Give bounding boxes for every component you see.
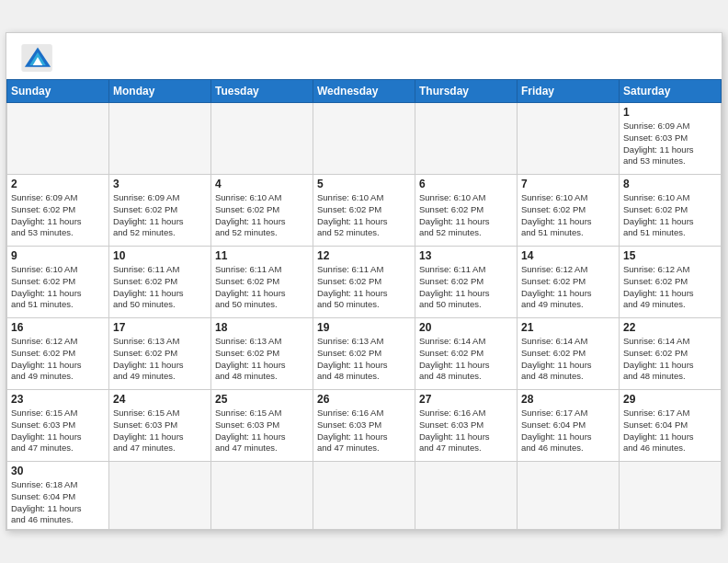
day-info: Sunrise: 6:12 AM Sunset: 6:02 PM Dayligh…	[11, 336, 105, 383]
day-number: 26	[317, 393, 411, 406]
calendar-cell: 5Sunrise: 6:10 AM Sunset: 6:02 PM Daylig…	[313, 174, 415, 246]
day-info: Sunrise: 6:10 AM Sunset: 6:02 PM Dayligh…	[11, 264, 105, 311]
weekday-header-row: SundayMondayTuesdayWednesdayThursdayFrid…	[7, 79, 722, 102]
calendar-cell: 4Sunrise: 6:10 AM Sunset: 6:02 PM Daylig…	[211, 174, 313, 246]
calendar-cell: 29Sunrise: 6:17 AM Sunset: 6:04 PM Dayli…	[620, 389, 722, 461]
day-info: Sunrise: 6:17 AM Sunset: 6:04 PM Dayligh…	[521, 408, 615, 454]
logo	[21, 44, 60, 72]
day-number: 6	[419, 178, 513, 190]
day-number: 2	[11, 178, 105, 190]
calendar-cell: 16Sunrise: 6:12 AM Sunset: 6:02 PM Dayli…	[7, 317, 109, 389]
calendar-cell: 3Sunrise: 6:09 AM Sunset: 6:02 PM Daylig…	[109, 174, 211, 246]
weekday-wednesday: Wednesday	[313, 79, 415, 102]
weekday-saturday: Saturday	[620, 79, 722, 102]
calendar-cell	[109, 461, 211, 529]
day-number: 14	[521, 249, 615, 262]
calendar-cell: 21Sunrise: 6:14 AM Sunset: 6:02 PM Dayli…	[518, 317, 620, 389]
day-info: Sunrise: 6:09 AM Sunset: 6:02 PM Dayligh…	[113, 192, 207, 239]
calendar-cell	[313, 102, 415, 174]
calendar-cell: 22Sunrise: 6:14 AM Sunset: 6:02 PM Dayli…	[620, 317, 722, 389]
calendar-cell: 11Sunrise: 6:11 AM Sunset: 6:02 PM Dayli…	[211, 246, 313, 317]
weekday-thursday: Thursday	[415, 79, 518, 102]
weekday-tuesday: Tuesday	[211, 79, 313, 102]
day-info: Sunrise: 6:13 AM Sunset: 6:02 PM Dayligh…	[113, 336, 207, 383]
day-info: Sunrise: 6:12 AM Sunset: 6:02 PM Dayligh…	[521, 264, 615, 311]
calendar-table: SundayMondayTuesdayWednesdayThursdayFrid…	[6, 79, 722, 530]
day-number: 30	[11, 465, 105, 477]
day-number: 24	[113, 393, 207, 406]
day-number: 19	[317, 321, 411, 334]
calendar-cell	[415, 102, 518, 174]
day-info: Sunrise: 6:16 AM Sunset: 6:03 PM Dayligh…	[317, 408, 411, 454]
calendar-cell: 12Sunrise: 6:11 AM Sunset: 6:02 PM Dayli…	[313, 246, 415, 317]
calendar-cell: 25Sunrise: 6:15 AM Sunset: 6:03 PM Dayli…	[211, 389, 313, 461]
day-number: 12	[317, 249, 411, 262]
day-info: Sunrise: 6:15 AM Sunset: 6:03 PM Dayligh…	[113, 408, 207, 454]
day-info: Sunrise: 6:11 AM Sunset: 6:02 PM Dayligh…	[113, 264, 207, 311]
day-number: 27	[419, 393, 513, 406]
calendar-cell: 17Sunrise: 6:13 AM Sunset: 6:02 PM Dayli…	[109, 317, 211, 389]
calendar-cell: 28Sunrise: 6:17 AM Sunset: 6:04 PM Dayli…	[518, 389, 620, 461]
weekday-monday: Monday	[109, 79, 211, 102]
calendar-cell: 2Sunrise: 6:09 AM Sunset: 6:02 PM Daylig…	[7, 174, 109, 246]
calendar-week-4: 16Sunrise: 6:12 AM Sunset: 6:02 PM Dayli…	[7, 317, 722, 389]
logo-icon	[21, 44, 54, 72]
day-number: 7	[521, 178, 615, 190]
day-number: 20	[419, 321, 513, 334]
day-number: 1	[623, 106, 717, 119]
calendar-cell: 24Sunrise: 6:15 AM Sunset: 6:03 PM Dayli…	[109, 389, 211, 461]
weekday-sunday: Sunday	[7, 79, 109, 102]
calendar-header	[6, 33, 722, 79]
calendar-week-3: 9Sunrise: 6:10 AM Sunset: 6:02 PM Daylig…	[7, 246, 722, 317]
day-number: 23	[11, 393, 105, 406]
calendar-cell: 26Sunrise: 6:16 AM Sunset: 6:03 PM Dayli…	[313, 389, 415, 461]
day-info: Sunrise: 6:14 AM Sunset: 6:02 PM Dayligh…	[623, 336, 717, 383]
calendar-cell: 7Sunrise: 6:10 AM Sunset: 6:02 PM Daylig…	[518, 174, 620, 246]
day-number: 21	[521, 321, 615, 334]
calendar-cell: 9Sunrise: 6:10 AM Sunset: 6:02 PM Daylig…	[7, 246, 109, 317]
day-info: Sunrise: 6:10 AM Sunset: 6:02 PM Dayligh…	[623, 192, 717, 239]
day-number: 16	[11, 321, 105, 334]
calendar-cell	[518, 461, 620, 529]
day-info: Sunrise: 6:09 AM Sunset: 6:02 PM Dayligh…	[11, 192, 105, 239]
calendar-cell: 15Sunrise: 6:12 AM Sunset: 6:02 PM Dayli…	[620, 246, 722, 317]
day-info: Sunrise: 6:09 AM Sunset: 6:03 PM Dayligh…	[623, 121, 717, 167]
day-info: Sunrise: 6:18 AM Sunset: 6:04 PM Dayligh…	[11, 479, 105, 526]
day-info: Sunrise: 6:11 AM Sunset: 6:02 PM Dayligh…	[419, 264, 513, 311]
day-info: Sunrise: 6:15 AM Sunset: 6:03 PM Dayligh…	[11, 408, 105, 454]
day-info: Sunrise: 6:13 AM Sunset: 6:02 PM Dayligh…	[317, 336, 411, 383]
day-number: 9	[11, 249, 105, 262]
day-number: 28	[521, 393, 615, 406]
calendar-cell	[620, 461, 722, 529]
calendar-cell: 23Sunrise: 6:15 AM Sunset: 6:03 PM Dayli…	[7, 389, 109, 461]
day-number: 15	[623, 249, 717, 262]
weekday-friday: Friday	[518, 79, 620, 102]
day-number: 5	[317, 178, 411, 190]
day-number: 10	[113, 249, 207, 262]
calendar-week-2: 2Sunrise: 6:09 AM Sunset: 6:02 PM Daylig…	[7, 174, 722, 246]
day-number: 4	[215, 178, 309, 190]
day-number: 3	[113, 178, 207, 190]
calendar-cell	[313, 461, 415, 529]
day-info: Sunrise: 6:13 AM Sunset: 6:02 PM Dayligh…	[215, 336, 309, 383]
calendar-cell	[7, 102, 109, 174]
day-info: Sunrise: 6:14 AM Sunset: 6:02 PM Dayligh…	[419, 336, 513, 383]
day-info: Sunrise: 6:12 AM Sunset: 6:02 PM Dayligh…	[623, 264, 717, 311]
day-info: Sunrise: 6:15 AM Sunset: 6:03 PM Dayligh…	[215, 408, 309, 454]
calendar-cell	[518, 102, 620, 174]
day-info: Sunrise: 6:10 AM Sunset: 6:02 PM Dayligh…	[215, 192, 309, 239]
calendar-cell: 19Sunrise: 6:13 AM Sunset: 6:02 PM Dayli…	[313, 317, 415, 389]
day-info: Sunrise: 6:10 AM Sunset: 6:02 PM Dayligh…	[521, 192, 615, 239]
calendar-container: SundayMondayTuesdayWednesdayThursdayFrid…	[6, 32, 722, 531]
day-info: Sunrise: 6:16 AM Sunset: 6:03 PM Dayligh…	[419, 408, 513, 454]
day-info: Sunrise: 6:17 AM Sunset: 6:04 PM Dayligh…	[623, 408, 717, 454]
calendar-cell: 27Sunrise: 6:16 AM Sunset: 6:03 PM Dayli…	[415, 389, 518, 461]
calendar-cell: 13Sunrise: 6:11 AM Sunset: 6:02 PM Dayli…	[415, 246, 518, 317]
calendar-week-6: 30Sunrise: 6:18 AM Sunset: 6:04 PM Dayli…	[7, 461, 722, 529]
calendar-cell: 14Sunrise: 6:12 AM Sunset: 6:02 PM Dayli…	[518, 246, 620, 317]
calendar-cell	[211, 461, 313, 529]
day-number: 13	[419, 249, 513, 262]
day-number: 22	[623, 321, 717, 334]
calendar-cell: 30Sunrise: 6:18 AM Sunset: 6:04 PM Dayli…	[7, 461, 109, 529]
day-number: 8	[623, 178, 717, 190]
